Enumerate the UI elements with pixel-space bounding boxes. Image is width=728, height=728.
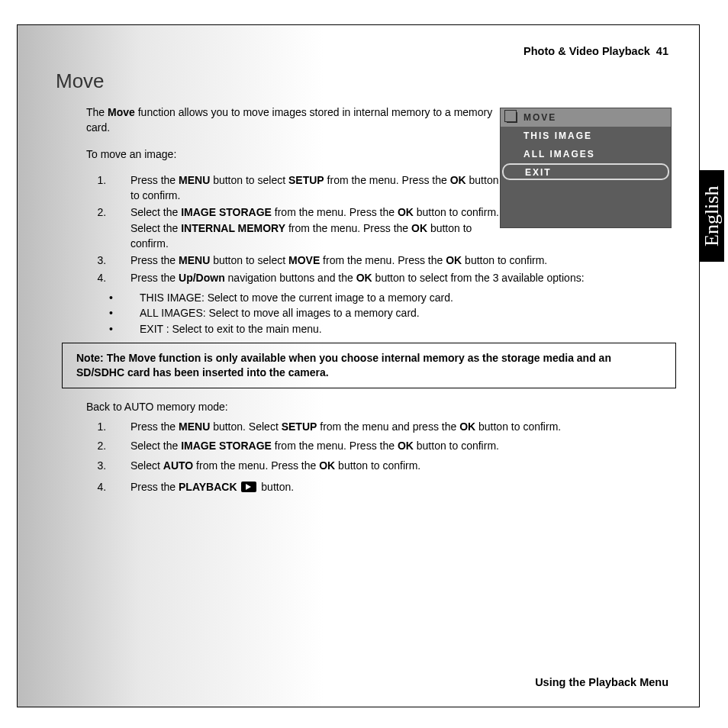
back-intro: Back to AUTO memory mode:: [86, 401, 228, 413]
camera-lcd-mockup: MOVE THIS IMAGE ALL IMAGES EXIT: [500, 108, 672, 228]
intro-paragraph: The Move function allows you to move ima…: [86, 105, 506, 136]
move-icon: [507, 112, 517, 123]
back-step-4: Press the PLAYBACK button.: [109, 479, 681, 496]
playback-icon: [241, 482, 256, 492]
back-to-auto-content: Back to AUTO memory mode: Press the MENU…: [86, 399, 681, 498]
bullet-all-images: ALL IMAGES: Select to move all images to…: [109, 305, 704, 321]
options-bullets: THIS IMAGE: Select to move the current i…: [109, 290, 704, 337]
header-section: Photo & Video Playback: [523, 45, 650, 57]
lcd-title-text: MOVE: [523, 112, 556, 123]
page-footer: Using the Playback Menu: [535, 676, 668, 688]
back-step-3: Select AUTO from the menu. Press the OK …: [109, 458, 681, 475]
back-step-2: Select the IMAGE STORAGE from the menu. …: [109, 438, 681, 455]
step-2: Select the IMAGE STORAGE from the menu. …: [109, 205, 506, 251]
lcd-menu-title: MOVE: [501, 108, 671, 127]
step-1: Press the MENU button to select SETUP fr…: [109, 172, 506, 204]
lcd-option-exit-selected: EXIT: [502, 163, 669, 180]
language-tab: English: [699, 170, 724, 262]
bullet-this-image: THIS IMAGE: Select to move the current i…: [109, 290, 704, 305]
step-3: Press the MENU button to select MOVE fro…: [109, 253, 704, 268]
intro-content: The Move function allows you to move ima…: [86, 105, 506, 341]
page-frame: Photo & Video Playback 41 Move MOVE THIS…: [17, 24, 700, 707]
move-steps-list: Press the MENU button to select SETUP fr…: [86, 172, 506, 285]
lcd-option-this-image: THIS IMAGE: [501, 127, 671, 145]
lcd-option-all-images: ALL IMAGES: [501, 145, 671, 163]
back-step-1: Press the MENU button. Select SETUP from…: [109, 419, 681, 436]
bullet-exit: EXIT : Select to exit to the main menu.: [109, 321, 704, 337]
intro-lead: To move an image:: [86, 147, 506, 162]
step-4: Press the Up/Down navigation buttons and…: [109, 270, 704, 285]
header-page-number: 41: [656, 45, 668, 57]
back-steps-list: Press the MENU button. Select SETUP from…: [86, 419, 681, 496]
section-title: Move: [56, 69, 105, 93]
page-header: Photo & Video Playback 41: [523, 45, 668, 57]
note-box: Note: The Move function is only availabl…: [62, 343, 676, 388]
